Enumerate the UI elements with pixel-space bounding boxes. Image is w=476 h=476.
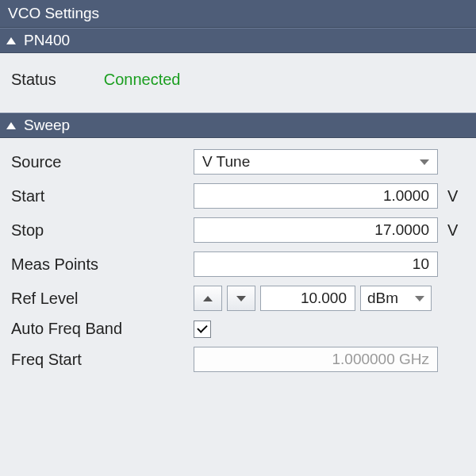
section-device-header[interactable]: PN400 xyxy=(0,28,476,53)
ref-level-input[interactable] xyxy=(260,286,355,311)
source-label: Source xyxy=(11,153,194,171)
row-meas-points: Meas Points xyxy=(11,251,465,277)
start-input[interactable] xyxy=(194,183,438,209)
stop-label: Stop xyxy=(11,221,194,240)
row-freq-start: Freq Start xyxy=(11,347,465,372)
ref-level-unit-select[interactable]: dBm xyxy=(360,286,432,311)
collapse-icon xyxy=(6,122,16,129)
status-value: Connected xyxy=(104,71,181,89)
stop-unit: V xyxy=(447,221,465,240)
row-ref-level: Ref Level dBm xyxy=(11,286,465,311)
triangle-down-icon xyxy=(236,296,246,301)
section-device-name: PN400 xyxy=(24,32,70,49)
source-select-value: V Tune xyxy=(202,153,250,171)
ref-level-label: Ref Level xyxy=(11,290,194,308)
auto-freq-band-checkbox[interactable] xyxy=(194,321,211,338)
auto-freq-band-label: Auto Freq Band xyxy=(11,320,194,338)
section-sweep-header[interactable]: Sweep xyxy=(0,113,476,138)
start-label: Start xyxy=(11,187,194,205)
meas-points-label: Meas Points xyxy=(11,255,194,274)
freq-start-label: Freq Start xyxy=(11,351,194,369)
section-sweep-name: Sweep xyxy=(24,117,70,134)
collapse-icon xyxy=(6,37,16,44)
row-start: Start V xyxy=(11,183,465,209)
status-label: Status xyxy=(11,71,56,89)
check-icon xyxy=(197,322,207,332)
ref-level-up-button[interactable] xyxy=(194,286,222,311)
ref-level-unit-value: dBm xyxy=(367,290,398,307)
meas-points-input[interactable] xyxy=(194,251,438,277)
sweep-form: Source V Tune Start V Stop V Meas Points xyxy=(0,138,476,392)
row-source: Source V Tune xyxy=(11,149,465,175)
start-unit: V xyxy=(447,187,465,205)
stop-input[interactable] xyxy=(194,217,438,243)
triangle-up-icon xyxy=(203,296,213,301)
row-auto-freq-band: Auto Freq Band xyxy=(11,320,465,338)
row-stop: Stop V xyxy=(11,217,465,243)
ref-level-down-button[interactable] xyxy=(227,286,255,311)
panel-title: VCO Settings xyxy=(0,0,476,28)
status-block: Status Connected xyxy=(0,53,476,113)
chevron-down-icon xyxy=(420,159,429,165)
chevron-down-icon xyxy=(415,296,424,301)
freq-start-input xyxy=(194,347,438,372)
source-select[interactable]: V Tune xyxy=(194,149,438,175)
